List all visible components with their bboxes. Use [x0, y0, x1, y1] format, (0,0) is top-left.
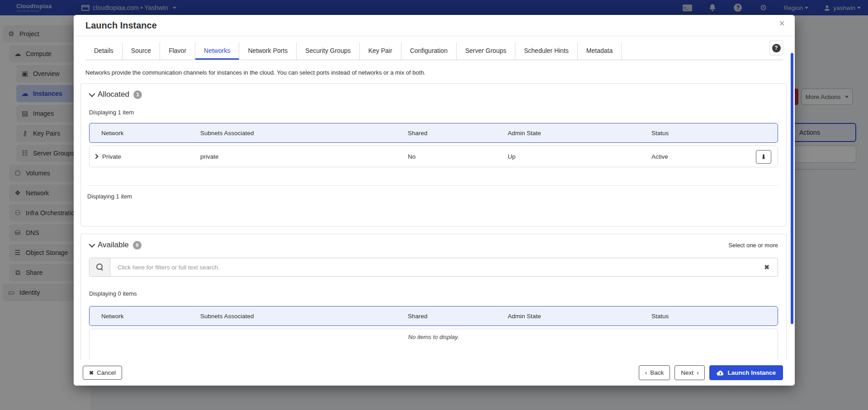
deallocate-network-button[interactable]: ⬇	[756, 150, 771, 164]
clear-search-icon[interactable]: ✖	[756, 258, 778, 276]
allocated-displaying-text: Displaying 1 item	[89, 109, 778, 116]
search-icon	[96, 264, 104, 271]
tab-configuration[interactable]: Configuration	[401, 42, 457, 60]
column-admin-state: Admin State	[508, 130, 651, 137]
launch-label: Launch Instance	[727, 369, 776, 376]
modal-title: Launch Instance	[85, 20, 157, 31]
launch-instance-button[interactable]: Launch Instance	[709, 365, 783, 380]
cell-admin-state: Up	[508, 153, 651, 160]
allocated-panel: Allocated 1 Displaying 1 item Network Su…	[80, 83, 787, 226]
cell-network: Private	[102, 153, 121, 160]
tab-source[interactable]: Source	[123, 42, 160, 60]
available-count-badge: 0	[133, 241, 142, 250]
networks-description: Networks provide the communication chann…	[85, 69, 783, 76]
column-shared: Shared	[408, 130, 508, 137]
tab-server-groups[interactable]: Server Groups	[457, 42, 515, 60]
collapse-available-icon[interactable]	[89, 241, 95, 248]
x-icon: ✖	[89, 370, 94, 376]
allocated-count-badge: 1	[133, 90, 142, 99]
modal-scrollbar[interactable]	[791, 53, 793, 324]
next-button[interactable]: Next ›	[675, 365, 705, 380]
chevron-left-icon: ‹	[645, 369, 647, 376]
cell-shared: No	[408, 153, 508, 160]
column-status: Status	[651, 313, 778, 320]
tab-network-ports[interactable]: Network Ports	[239, 42, 297, 60]
tab-flavor[interactable]: Flavor	[160, 42, 195, 60]
help-icon: ?	[772, 44, 781, 52]
column-status: Status	[651, 130, 778, 137]
expand-row-icon[interactable]	[93, 154, 98, 159]
modal-header: Launch Instance	[74, 15, 795, 36]
tab-metadata[interactable]: Metadata	[578, 42, 622, 60]
wizard-tabs: Details Source Flavor Networks Network P…	[85, 42, 783, 60]
network-filter-bar: ✖	[89, 258, 778, 277]
search-icon-cell[interactable]	[90, 258, 110, 276]
column-subnets-associated: Subnets Associated	[200, 313, 408, 320]
tab-scheduler-hints[interactable]: Scheduler Hints	[515, 42, 578, 60]
available-panel: Available 0 Select one or more ✖ Display…	[80, 234, 787, 376]
cancel-label: Cancel	[97, 369, 116, 376]
tab-security-groups[interactable]: Security Groups	[297, 42, 359, 60]
cancel-button[interactable]: ✖ Cancel	[83, 366, 122, 380]
help-button[interactable]: ?	[769, 40, 783, 56]
table-row: Private private No Up Active ⬇	[89, 146, 778, 167]
allocated-displaying-footer: Displaying 1 item	[87, 185, 778, 220]
tab-networks[interactable]: Networks	[195, 42, 239, 60]
launch-instance-modal: Launch Instance × Details Source Flavor …	[74, 15, 795, 386]
available-table-header: Network Subnets Associated Shared Admin …	[89, 306, 778, 326]
column-shared: Shared	[408, 313, 508, 320]
next-label: Next	[681, 369, 693, 376]
collapse-allocated-icon[interactable]	[89, 91, 95, 97]
cell-subnets: private	[200, 153, 408, 160]
column-admin-state: Admin State	[508, 313, 651, 320]
close-icon[interactable]: ×	[779, 19, 785, 28]
column-subnets-associated: Subnets Associated	[200, 130, 408, 137]
available-title: Available	[98, 240, 129, 250]
tab-details[interactable]: Details	[85, 42, 123, 60]
tab-key-pair[interactable]: Key Pair	[360, 42, 401, 60]
column-network: Network	[90, 130, 200, 137]
available-displaying-text: Displaying 0 items	[89, 290, 778, 297]
column-network: Network	[90, 313, 200, 320]
select-hint: Select one or more	[728, 242, 778, 249]
chevron-right-icon: ›	[697, 369, 699, 376]
back-label: Back	[650, 369, 664, 376]
allocated-table-header: Network Subnets Associated Shared Admin …	[89, 123, 778, 143]
search-input[interactable]	[110, 258, 756, 276]
cloud-upload-icon	[717, 370, 724, 376]
allocated-title: Allocated	[98, 90, 129, 99]
arrow-down-icon: ⬇	[761, 153, 766, 160]
modal-footer: ✖ Cancel ‹ Back Next › Launch Instance	[74, 360, 795, 386]
back-button[interactable]: ‹ Back	[639, 365, 670, 380]
